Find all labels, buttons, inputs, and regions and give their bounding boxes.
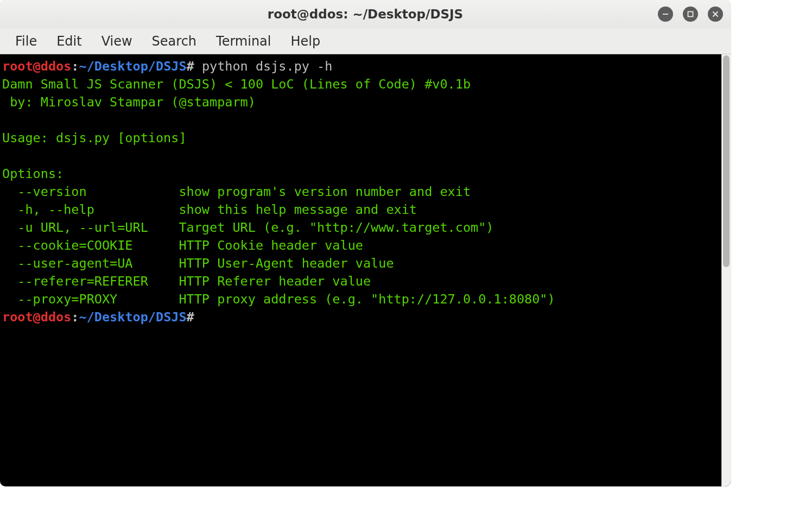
output-line: Options:: [2, 166, 64, 181]
minimize-icon: [662, 10, 669, 18]
prompt-symbol: #: [187, 59, 194, 74]
menu-terminal[interactable]: Terminal: [206, 30, 281, 52]
menubar: File Edit View Search Terminal Help: [0, 28, 731, 54]
output-line: Damn Small JS Scanner (DSJS) < 100 LoC (…: [2, 77, 471, 92]
prompt-path: ~/Desktop/DSJS: [79, 59, 187, 74]
prompt-host: ddos: [41, 59, 72, 74]
command-text: python dsjs.py -h: [194, 59, 333, 74]
terminal-window: root@ddos: ~/Desktop/DSJS File Edit View…: [0, 0, 731, 486]
close-button[interactable]: [708, 7, 723, 22]
output-line: --version show program's version number …: [2, 184, 471, 199]
output-line: --proxy=PROXY HTTP proxy address (e.g. "…: [2, 292, 555, 307]
svg-rect-0: [663, 14, 668, 15]
scrollbar-thumb[interactable]: [723, 55, 730, 267]
terminal-content[interactable]: root@ddos:~/Desktop/DSJS# python dsjs.py…: [0, 54, 731, 486]
prompt-colon: :: [71, 309, 79, 325]
prompt-user: root: [2, 309, 33, 325]
svg-rect-1: [688, 12, 693, 17]
prompt-at: @: [33, 59, 41, 74]
window-title: root@ddos: ~/Desktop/DSJS: [268, 7, 463, 21]
window-controls: [658, 7, 723, 22]
output-line: --cookie=COOKIE HTTP Cookie header value: [2, 238, 363, 253]
prompt-symbol: #: [187, 309, 194, 325]
menu-view[interactable]: View: [92, 30, 142, 52]
output-line: --user-agent=UA HTTP User-Agent header v…: [2, 256, 394, 271]
menu-edit[interactable]: Edit: [47, 30, 91, 52]
maximize-icon: [687, 10, 694, 18]
command-text: [194, 309, 202, 325]
output-line: Usage: dsjs.py [options]: [2, 130, 187, 145]
output-line: -h, --help show this help message and ex…: [2, 202, 417, 217]
output-line: by: Miroslav Stampar (@stamparm): [2, 94, 256, 110]
prompt-at: @: [33, 309, 41, 325]
output-line: -u URL, --url=URL Target URL (e.g. "http…: [2, 220, 493, 235]
menu-search[interactable]: Search: [142, 30, 206, 52]
minimize-button[interactable]: [658, 7, 673, 22]
prompt-colon: :: [71, 59, 79, 74]
menu-help[interactable]: Help: [281, 30, 331, 52]
prompt-path: ~/Desktop/DSJS: [79, 309, 187, 325]
prompt-host: ddos: [41, 309, 72, 325]
output-line: --referer=REFERER HTTP Referer header va…: [2, 274, 371, 289]
close-icon: [712, 10, 719, 18]
terminal-area[interactable]: root@ddos:~/Desktop/DSJS# python dsjs.py…: [0, 54, 731, 486]
menu-file[interactable]: File: [5, 30, 47, 52]
titlebar: root@ddos: ~/Desktop/DSJS: [0, 0, 731, 28]
maximize-button[interactable]: [683, 7, 698, 22]
scrollbar[interactable]: ▴ ▾: [721, 54, 731, 486]
prompt-user: root: [2, 59, 33, 74]
